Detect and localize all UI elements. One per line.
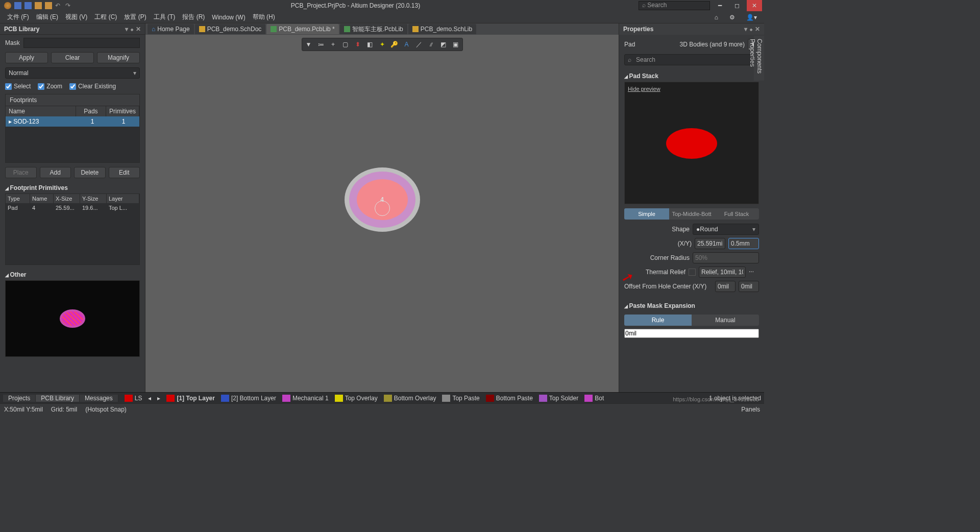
- panel-dropdown-icon[interactable]: ▾: [744, 26, 747, 33]
- save-icon[interactable]: [14, 2, 21, 9]
- place-button[interactable]: Place: [5, 167, 37, 178]
- tab-full[interactable]: Full Stack: [714, 208, 759, 220]
- edit-button[interactable]: Edit: [109, 167, 140, 178]
- panel-dropdown-icon[interactable]: ▾: [125, 26, 128, 33]
- col-xsize[interactable]: X-Size: [54, 194, 80, 203]
- side-tab-components[interactable]: Components: [756, 39, 763, 74]
- layer-nav-prev[interactable]: ◂: [148, 395, 151, 402]
- mask-combo[interactable]: [23, 38, 140, 48]
- panel-close-icon[interactable]: ✕: [136, 26, 141, 33]
- layer-toppaste[interactable]: Top Paste: [442, 395, 479, 402]
- y-input[interactable]: [728, 238, 759, 249]
- line-icon[interactable]: ／: [414, 40, 424, 49]
- home-icon[interactable]: ⌂: [712, 14, 721, 21]
- footprint-row[interactable]: ▸ SOD-123 1 1: [6, 116, 139, 127]
- star-icon[interactable]: ✦: [378, 40, 387, 49]
- properties-search[interactable]: Search: [624, 54, 759, 65]
- offset-x-input[interactable]: [715, 281, 736, 292]
- other-title[interactable]: Other: [5, 269, 140, 280]
- save-all-icon[interactable]: [24, 2, 32, 9]
- key-icon[interactable]: 🔑: [390, 40, 399, 49]
- panel-close-icon[interactable]: ✕: [755, 26, 760, 33]
- tab-schlib[interactable]: PCB_demo.SchLib: [408, 24, 476, 34]
- tab-projects[interactable]: Projects: [3, 395, 36, 402]
- layer-top[interactable]: [1] Top Layer: [166, 395, 214, 402]
- pme-rule-tab[interactable]: Rule: [624, 315, 692, 326]
- panels-button[interactable]: Panels: [741, 406, 760, 413]
- mode-combo[interactable]: Normal: [5, 67, 140, 79]
- gear-icon[interactable]: ⚙: [726, 14, 738, 21]
- pme-title[interactable]: Paste Mask Expansion: [624, 300, 759, 311]
- offset-y-input[interactable]: [739, 281, 759, 292]
- layer-bottom[interactable]: [2] Bottom Layer: [221, 395, 276, 402]
- filter-icon[interactable]: ▼: [304, 40, 313, 49]
- panel-pin-icon[interactable]: ⬥: [749, 26, 753, 33]
- menu-tools[interactable]: 工具 (T): [151, 13, 179, 21]
- layer-topsolder[interactable]: Top Solder: [539, 395, 578, 402]
- shape-combo[interactable]: ● Round: [693, 224, 759, 235]
- menu-help[interactable]: 帮助 (H): [250, 13, 278, 21]
- footprint-primitives-title[interactable]: Footprint Primitives: [5, 182, 140, 194]
- clear-button[interactable]: Clear: [51, 52, 94, 63]
- add-button[interactable]: Add: [40, 167, 71, 178]
- menu-reports[interactable]: 报告 (R): [179, 13, 208, 21]
- global-search[interactable]: ⌕ Search: [639, 1, 710, 10]
- tab-schdoc[interactable]: PCB_demo.SchDoc: [195, 24, 266, 34]
- pcb-canvas[interactable]: ▼ ≔ + ▢ ⬍ ◧ ✦ 🔑 A ／ ⫽ ◩ ▣ 4: [145, 35, 619, 392]
- col-type[interactable]: Type: [6, 194, 30, 203]
- hide-preview-link[interactable]: Hide preview: [628, 86, 660, 92]
- col-layer[interactable]: Layer: [107, 194, 139, 203]
- pad-shape-outer[interactable]: 4: [345, 167, 420, 232]
- menu-view[interactable]: 视图 (V): [62, 13, 90, 21]
- eraser-icon[interactable]: ◧: [365, 40, 375, 49]
- col-pads[interactable]: Pads: [76, 106, 106, 116]
- tab-pcblib-active[interactable]: PCB_demo.PcbLib *: [266, 24, 338, 34]
- thermal-input[interactable]: [699, 267, 746, 278]
- tab-simple[interactable]: Simple: [624, 208, 669, 220]
- pad-stack-title[interactable]: Pad Stack: [624, 70, 759, 82]
- layer-topoverlay[interactable]: Top Overlay: [335, 395, 378, 402]
- menu-place[interactable]: 放置 (P): [121, 13, 149, 21]
- tab-tmb[interactable]: Top-Middle-Bott: [669, 208, 714, 220]
- menu-file[interactable]: 文件 (F): [4, 13, 32, 21]
- col-name[interactable]: Name: [6, 106, 76, 116]
- x-input[interactable]: [695, 238, 725, 249]
- layer-botoverlay[interactable]: Bottom Overlay: [384, 395, 436, 402]
- col-primitives[interactable]: Primitives: [106, 106, 139, 116]
- close-button[interactable]: ✕: [747, 0, 762, 11]
- layer-nav-next[interactable]: ▸: [157, 395, 160, 402]
- thermal-more-button[interactable]: ...: [749, 267, 759, 278]
- delete-button[interactable]: Delete: [74, 167, 106, 178]
- layer-botpaste[interactable]: Bottom Paste: [486, 395, 533, 402]
- plus-icon[interactable]: +: [329, 40, 338, 49]
- align-icon[interactable]: ≔: [316, 40, 326, 49]
- thermal-checkbox[interactable]: [689, 269, 696, 276]
- rect-icon[interactable]: ▢: [341, 40, 350, 49]
- clear-existing-checkbox[interactable]: Clear Existing: [69, 83, 116, 90]
- layer-mech1[interactable]: Mechanical 1: [282, 395, 329, 402]
- side-tab-properties[interactable]: Properties: [749, 39, 756, 78]
- tab-pcblibrary[interactable]: PCB Library: [36, 395, 80, 402]
- layer-botsolder[interactable]: Bot: [584, 395, 604, 402]
- tab-pcblib-cn[interactable]: 智能车主板.PcbLib: [340, 24, 407, 34]
- panel-pin-icon[interactable]: ⬥: [130, 26, 134, 33]
- tab-home[interactable]: ⌂Home Page: [148, 24, 194, 34]
- minimize-button[interactable]: ━: [712, 0, 727, 11]
- undo-icon[interactable]: ↶: [55, 2, 62, 9]
- col-pname[interactable]: Name: [30, 194, 54, 203]
- open-icon[interactable]: [35, 2, 42, 9]
- graph2-icon[interactable]: ◩: [439, 40, 448, 49]
- open-project-icon[interactable]: [45, 2, 52, 9]
- menu-window[interactable]: Window (W): [209, 14, 248, 21]
- zoom-checkbox[interactable]: Zoom: [38, 83, 62, 90]
- redo-icon[interactable]: ↷: [65, 2, 72, 9]
- apply-button[interactable]: Apply: [5, 52, 48, 63]
- magnify-button[interactable]: Magnify: [97, 52, 140, 63]
- primitive-row[interactable]: Pad 4 25.59... 19.6... Top L...: [6, 203, 139, 212]
- menu-project[interactable]: 工程 (C): [91, 13, 120, 21]
- text-icon[interactable]: A: [402, 40, 411, 49]
- tab-messages[interactable]: Messages: [80, 395, 118, 402]
- graph3-icon[interactable]: ▣: [451, 40, 460, 49]
- maximize-button[interactable]: ◻: [729, 0, 745, 11]
- col-ysize[interactable]: Y-Size: [80, 194, 107, 203]
